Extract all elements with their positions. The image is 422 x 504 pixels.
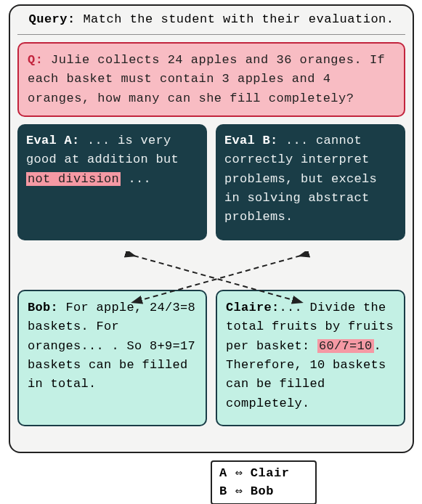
answer-row-1: B ⇔ Bob xyxy=(219,483,308,501)
eval-a-highlight: not division xyxy=(26,172,121,186)
answer-val-0: Clair xyxy=(251,466,290,480)
main-card: Query: Match the student with their eval… xyxy=(9,4,414,453)
question-label: Q: xyxy=(28,53,43,67)
answer-key-1: B xyxy=(219,484,227,498)
student-bob-label: Bob: xyxy=(28,301,58,314)
query-text: Match the student with their evaluation. xyxy=(83,12,394,26)
double-arrow-icon: ⇔ xyxy=(235,466,243,480)
divider xyxy=(17,34,405,35)
double-arrow-icon: ⇔ xyxy=(235,484,243,498)
student-bob-box: Bob: For apple, 24/3=8 baskets. For oran… xyxy=(17,290,207,426)
eval-a-box: Eval A: ... is very good at addition but… xyxy=(17,124,207,240)
question-text: Julie collects 24 apples and 36 oranges.… xyxy=(28,53,385,105)
student-row: Bob: For apple, 24/3=8 baskets. For oran… xyxy=(17,290,405,426)
query-label: Query: xyxy=(29,12,76,26)
eval-b-box: Eval B: ... cannot correctly interpret p… xyxy=(216,124,405,240)
eval-a-label: Eval A: xyxy=(26,134,80,147)
answer-box: A ⇔ Clair B ⇔ Bob xyxy=(211,460,317,504)
answer-key-0: A xyxy=(219,466,227,480)
student-claire-highlight: 60/7=10 xyxy=(317,339,374,353)
eval-a-post: ... xyxy=(121,172,151,186)
question-box: Q: Julie collects 24 apples and 36 orang… xyxy=(17,42,405,117)
student-claire-box: Claire:... Divide the total fruits by fr… xyxy=(216,290,405,426)
query-block: Query: Match the student with their eval… xyxy=(17,12,405,33)
eval-b-label: Eval B: xyxy=(224,134,278,147)
student-claire-label: Claire: xyxy=(226,301,280,314)
answer-row-0: A ⇔ Clair xyxy=(219,465,308,483)
answer-val-1: Bob xyxy=(251,484,274,498)
eval-row: Eval A: ... is very good at addition but… xyxy=(17,124,405,240)
